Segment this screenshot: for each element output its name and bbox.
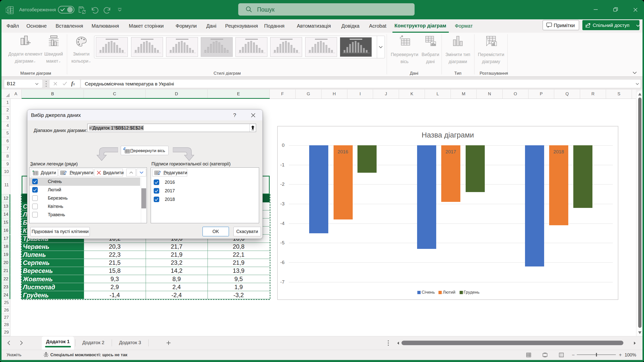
svg-text:X: X bbox=[7, 8, 9, 12]
